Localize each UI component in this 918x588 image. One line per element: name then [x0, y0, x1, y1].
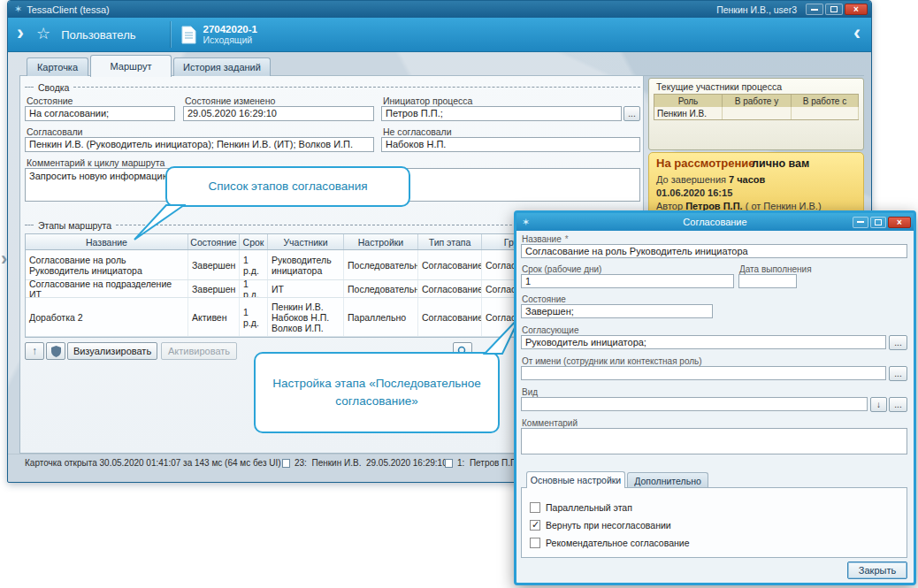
task-icon: [282, 459, 290, 468]
window-close-button[interactable]: ×: [845, 4, 868, 15]
checkbox-label: Вернуть при несогласовании: [546, 520, 671, 531]
visualize-button[interactable]: Визуализировать: [67, 342, 157, 360]
dialog-completion-date-label: Дата выполнения: [739, 264, 812, 274]
cell-state: Завершен: [188, 250, 240, 279]
approved-field[interactable]: Пенкин И.В. (Руководитель инициатора); П…: [25, 137, 374, 152]
dash-icon: [25, 225, 34, 225]
deadline-value: 7 часов: [729, 174, 765, 185]
dialog-maximize-button[interactable]: [870, 217, 886, 228]
activate-button[interactable]: Активировать: [161, 342, 237, 360]
dialog-name-label: Название*: [522, 234, 569, 244]
initiator-label: Инициатор процесса: [383, 95, 472, 106]
tab-route[interactable]: Маршрут: [90, 55, 172, 77]
dialog-name-field[interactable]: Согласование на роль Руководитель инициа…: [521, 244, 907, 258]
on-behalf-picker-button[interactable]: ...: [889, 366, 907, 381]
col-participants[interactable]: Участники: [268, 234, 344, 249]
not-approved-label: Не согласовали: [383, 126, 452, 137]
task-card[interactable]: На рассмотрение лично вам До завершения …: [648, 152, 864, 212]
dash-icon: [25, 87, 34, 88]
dialog-completion-date-field[interactable]: [738, 274, 797, 288]
dialog-on-behalf-field[interactable]: [521, 366, 886, 380]
dialog-tab-additional[interactable]: Дополнительно: [627, 472, 708, 488]
advisory-approval-checkbox[interactable]: [530, 538, 540, 548]
dialog-comment-field[interactable]: [521, 428, 907, 454]
tab-card[interactable]: Карточка: [27, 57, 88, 76]
col-assignee: В работе у: [723, 95, 792, 107]
initiator-picker-button[interactable]: ...: [623, 106, 640, 121]
col-with: В работе с: [792, 95, 859, 107]
toolbar-user-section[interactable]: Пользователь: [61, 28, 135, 42]
up-arrow-icon: ↑: [32, 345, 37, 357]
dialog-kind-label: Вид: [522, 387, 538, 397]
permissions-button[interactable]: [46, 342, 65, 360]
dialog-approvers-field[interactable]: Руководитель инициатора;: [521, 335, 886, 349]
dialog-minimize-button[interactable]: [853, 217, 868, 228]
participants-row[interactable]: Пенкин И.В.: [654, 107, 858, 119]
cell-settings: Последовательно: [344, 250, 418, 279]
maximize-icon: [875, 219, 882, 225]
callout-pointer: [133, 204, 186, 241]
dialog-approvers-label: Согласующие: [522, 325, 578, 335]
cell-participants: ИТ: [268, 280, 344, 297]
callout-stage-settings: Настройка этапа «Последовательное соглас…: [254, 352, 500, 433]
close-button[interactable]: Закрыть: [847, 561, 907, 579]
favorites-star-icon[interactable]: ☆: [36, 24, 50, 43]
deadline-label: До завершения: [656, 174, 726, 185]
cell-term: 1 р.д.: [240, 298, 268, 336]
dialog-term-field[interactable]: 1: [521, 274, 734, 288]
dialog-tab-main[interactable]: Основные настройки: [526, 471, 625, 488]
cell-settings: Параллельно: [344, 298, 418, 336]
cell-type: Согласование: [418, 280, 482, 297]
state-field[interactable]: На согласовании;: [25, 106, 175, 121]
checkbox-label: Параллельный этап: [546, 502, 632, 513]
kind-picker-button[interactable]: ...: [889, 397, 907, 412]
task-personally: лично вам: [752, 157, 809, 170]
cell-name: Согласование на подразделение ИТ: [26, 280, 188, 297]
cell-term: 1 р.д.: [240, 280, 268, 297]
move-up-button[interactable]: ↑: [25, 342, 44, 360]
col-state[interactable]: Состояние: [188, 234, 240, 249]
maximize-icon: [830, 6, 838, 12]
not-approved-field[interactable]: Набоков Н.П.: [381, 137, 640, 152]
callout-stages-list: Список этапов согласования: [165, 166, 410, 207]
sidebar-expand-chevron[interactable]: ›: [1, 248, 7, 271]
dialog-kind-field[interactable]: [521, 397, 868, 411]
dialog-close-button[interactable]: ×: [888, 217, 911, 228]
minimize-icon: [857, 221, 864, 223]
parallel-stage-checkbox[interactable]: [530, 502, 540, 513]
task-due-date: 01.06.2020 16:15: [656, 187, 732, 198]
kind-dropdown-button[interactable]: ↓: [870, 397, 887, 412]
state-changed-field[interactable]: 29.05.2020 16:29:10: [183, 106, 374, 121]
col-term[interactable]: Срок: [240, 234, 268, 249]
dialog-term-label: Срок (рабочие дни): [522, 264, 601, 274]
dialog-state-field[interactable]: Завершен;: [521, 304, 713, 318]
cell-type: Согласование: [418, 298, 482, 336]
collapse-panel-icon[interactable]: ‹: [853, 24, 861, 42]
approval-dialog: ✶ Согласование × Название* Согласование …: [514, 210, 916, 585]
approvers-picker-button[interactable]: ...: [889, 335, 907, 350]
name-label-text: Название: [522, 234, 562, 244]
dialog-tab-panel: Параллельный этап Вернуть при несогласов…: [521, 487, 907, 558]
dialog-state-label: Состояние: [522, 294, 566, 304]
document-icon: [181, 26, 196, 44]
cell-assignee: [723, 107, 792, 119]
col-settings[interactable]: Настройки: [344, 234, 418, 249]
checkbox-row-return[interactable]: Вернуть при несогласовании: [530, 520, 671, 531]
initiator-field[interactable]: Петров П.П.;: [381, 106, 622, 121]
checkbox-row-advisory[interactable]: Рекомендательное согласование: [530, 538, 689, 548]
return-on-disapproval-checkbox[interactable]: [530, 520, 540, 531]
menu-arrow-icon[interactable]: ›: [17, 24, 24, 42]
col-type[interactable]: Тип этапа: [418, 234, 482, 249]
state-label: Состояние: [27, 95, 73, 106]
checkbox-row-parallel[interactable]: Параллельный этап: [530, 502, 632, 513]
window-minimize-button[interactable]: [806, 4, 823, 15]
summary-group-header[interactable]: Сводка: [25, 81, 640, 93]
shield-icon: [51, 346, 61, 357]
cell-participants: Руководитель инициатора: [268, 250, 344, 279]
task-deadline: До завершения 7 часов: [656, 174, 765, 185]
window-maximize-button[interactable]: [825, 4, 843, 15]
dash-line: [73, 87, 640, 88]
tab-history[interactable]: История заданий: [173, 57, 271, 76]
statusbar-task-info: 23: Пенкин И.В. 29.05.2020 16:29:10: [295, 458, 448, 468]
document-tab[interactable]: 27042020-1 Исходящий: [203, 24, 257, 45]
